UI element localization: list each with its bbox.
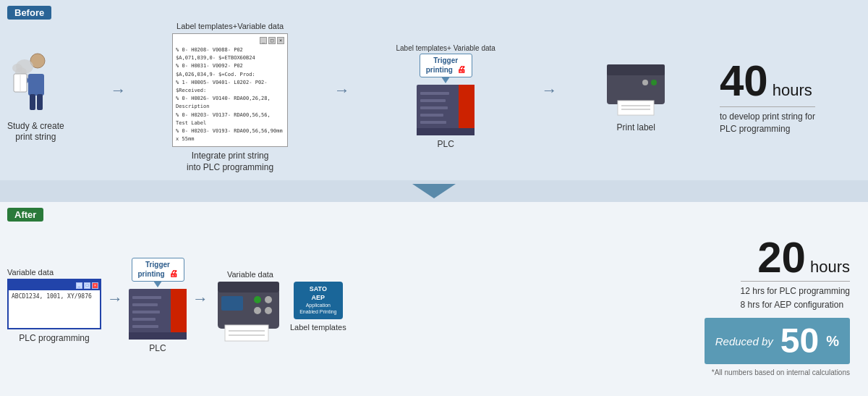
before-desc: to develop print string for PLC programm… — [720, 106, 815, 135]
after-desc-line2: 8 hrs for AEP configuration — [741, 298, 850, 312]
svg-rect-36 — [218, 282, 279, 292]
main-container: Before — [0, 0, 868, 396]
step3-before: Label templates+ Variable data Trigger p… — [396, 44, 495, 151]
label-templates-text: Label templates — [290, 323, 346, 332]
printer-icon-before — [603, 61, 668, 119]
step2-label: Integrate print string into PLC programm… — [187, 151, 273, 173]
sato-step: SATO AEP Application Enabled Printing La… — [290, 282, 346, 332]
svg-point-22 — [651, 80, 657, 85]
svg-point-38 — [254, 296, 261, 303]
svg-rect-19 — [607, 72, 665, 104]
step1-label: Study & create print string — [7, 121, 64, 143]
svg-rect-21 — [607, 64, 665, 75]
step1-after-label: PLC programming — [19, 333, 89, 345]
after-stats: 20 hours 12 hrs for PLC programming 8 hr… — [346, 236, 861, 376]
after-number: 20 — [757, 236, 806, 279]
after-number-row: 20 hours — [757, 236, 850, 279]
var-win-close: × — [92, 282, 98, 289]
reduced-label: Reduced by — [715, 335, 773, 347]
before-badge: Before — [7, 6, 51, 20]
var-win-max: □ — [84, 282, 90, 289]
svg-rect-14 — [420, 99, 446, 102]
plc-icon-before — [417, 85, 475, 135]
code-window: _ □ × % 0- H0208- V0088- P02 $A,071,039,… — [172, 33, 288, 147]
svg-rect-27 — [171, 289, 187, 340]
svg-rect-35 — [225, 325, 268, 341]
var-win-min: _ — [76, 282, 82, 289]
var-titlebar: _ □ × — [9, 280, 100, 290]
svg-rect-13 — [420, 92, 449, 95]
down-triangle-icon — [412, 184, 456, 198]
svg-rect-31 — [132, 318, 156, 321]
var-content: ABCD1234, 1001, XY/9876 — [9, 290, 100, 303]
step3-after: Variable data — [214, 270, 286, 343]
win-btn-max: □ — [268, 37, 276, 44]
before-unit: hours — [773, 83, 812, 98]
svg-rect-28 — [132, 296, 161, 299]
svg-rect-5 — [28, 74, 44, 96]
arrow-after-1: → — [107, 290, 123, 308]
svg-rect-32 — [132, 325, 158, 328]
svg-rect-10 — [37, 94, 43, 110]
svg-point-41 — [265, 307, 272, 314]
step3-label-plc: PLC — [438, 139, 454, 151]
after-section: After Variable data _ □ × ABCD1234, 1001… — [0, 202, 868, 396]
before-section: Before — [0, 0, 868, 180]
win-btn-close: × — [277, 37, 284, 44]
divider-arrow — [0, 180, 868, 202]
trigger-badge-before: Trigger printing 🖨 — [420, 54, 472, 77]
code-line-1: % 0- H0208- V0088- P02 $A,071,039,0- $=E… — [176, 46, 284, 143]
before-content: Study & create print string → Label temp… — [7, 22, 854, 173]
before-number: 40 — [720, 59, 768, 103]
template-header: Label templates+Variable data — [176, 22, 284, 30]
plc-icon-after — [129, 289, 187, 340]
var-label-after: Variable data — [7, 268, 54, 277]
reduced-number: 50 — [780, 324, 819, 358]
after-desc: 12 hrs for PLC programming 8 hrs for AEP… — [741, 281, 850, 312]
after-desc-line1: 12 hrs for PLC programming — [741, 285, 850, 298]
trigger-badge-after: Trigger printing 🖨 — [132, 258, 184, 282]
svg-rect-37 — [221, 296, 243, 311]
svg-rect-20 — [618, 101, 654, 115]
step4-label: Print label — [617, 122, 655, 134]
win-btn-min: _ — [260, 37, 267, 44]
step2-after: Trigger printing 🖨 PLC — [129, 258, 187, 355]
before-stats: 40 hours to develop print string for PLC… — [709, 52, 854, 143]
svg-rect-18 — [417, 128, 475, 135]
step4-before: Print label — [603, 61, 668, 134]
arrow1: → — [110, 81, 126, 100]
svg-rect-12 — [459, 85, 475, 135]
svg-point-3 — [12, 64, 22, 72]
footnote: *All numbers based on internal calculati… — [712, 368, 850, 376]
svg-rect-29 — [132, 303, 158, 306]
svg-point-40 — [254, 307, 261, 314]
svg-rect-17 — [420, 121, 446, 124]
reduced-pct: % — [826, 333, 839, 350]
arrow3: → — [542, 81, 558, 100]
svg-point-39 — [265, 296, 272, 303]
after-unit: hours — [810, 259, 850, 275]
arrow2: → — [334, 81, 350, 100]
svg-rect-15 — [420, 106, 448, 109]
var-data-window: _ □ × ABCD1234, 1001, XY/9876 — [7, 279, 101, 329]
step1-before: Study & create print string — [7, 52, 64, 143]
step2-after-label: PLC — [149, 343, 166, 355]
step3-header: Label templates+ Variable data — [396, 44, 495, 52]
svg-rect-33 — [129, 332, 187, 340]
sato-badge: SATO AEP Application Enabled Printing — [294, 282, 342, 319]
step2-before: Label templates+Variable data _ □ × % 0-… — [172, 22, 288, 173]
reduced-box: Reduced by 50 % — [705, 318, 850, 364]
after-badge: After — [7, 208, 43, 222]
step1-after: Variable data _ □ × ABCD1234, 1001, XY/9… — [7, 268, 101, 345]
svg-rect-30 — [132, 311, 160, 313]
svg-point-23 — [642, 80, 648, 85]
person-icon — [10, 52, 61, 117]
after-content: Variable data _ □ × ABCD1234, 1001, XY/9… — [7, 236, 861, 376]
step3-var-label: Variable data — [227, 270, 273, 279]
arrow-after-2: → — [192, 290, 208, 308]
printer-icon-after — [214, 282, 286, 343]
svg-rect-9 — [30, 94, 35, 110]
svg-rect-16 — [420, 114, 443, 117]
